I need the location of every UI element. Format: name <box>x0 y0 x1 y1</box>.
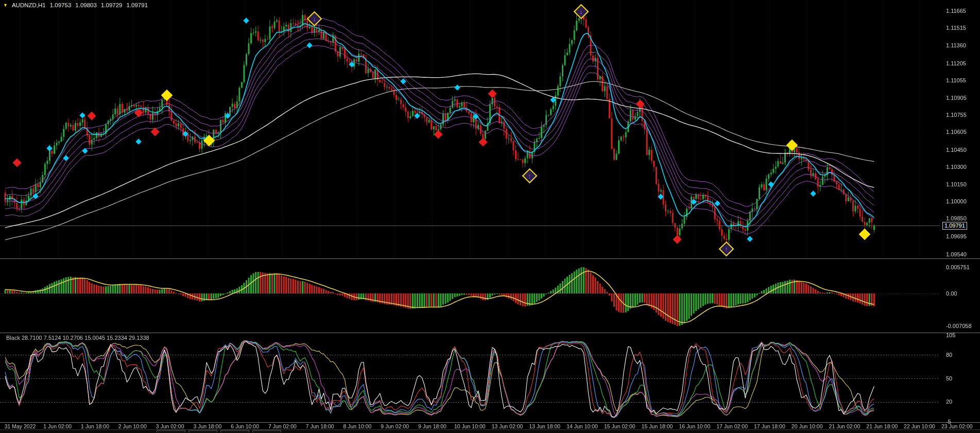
high-value: 1.09803 <box>75 2 97 8</box>
low-value: 1.09729 <box>101 2 123 8</box>
chart-ohlc-header: ▼ AUDNZD,H1 1.09753 1.09803 1.09729 1.09… <box>3 2 148 8</box>
chart-tab[interactable] <box>252 430 281 432</box>
symbol-dropdown-icon[interactable]: ▼ <box>3 3 8 8</box>
close-value: 1.09791 <box>126 2 148 8</box>
stochastic-indicator-label: Black 28.7100 7.5124 10.2706 15.0045 15.… <box>6 335 149 341</box>
current-price-tag: 1.09791 <box>942 222 967 230</box>
chart-canvas[interactable] <box>0 0 980 433</box>
window-bottom-bar <box>0 429 980 433</box>
current-price-value: 1.09791 <box>944 222 965 229</box>
chart-tab[interactable] <box>157 430 185 432</box>
chart-tab[interactable] <box>220 430 249 432</box>
symbol-timeframe-label: AUDNZD,H1 <box>12 2 46 8</box>
open-value: 1.09753 <box>50 2 72 8</box>
chart-tab[interactable] <box>188 430 217 432</box>
